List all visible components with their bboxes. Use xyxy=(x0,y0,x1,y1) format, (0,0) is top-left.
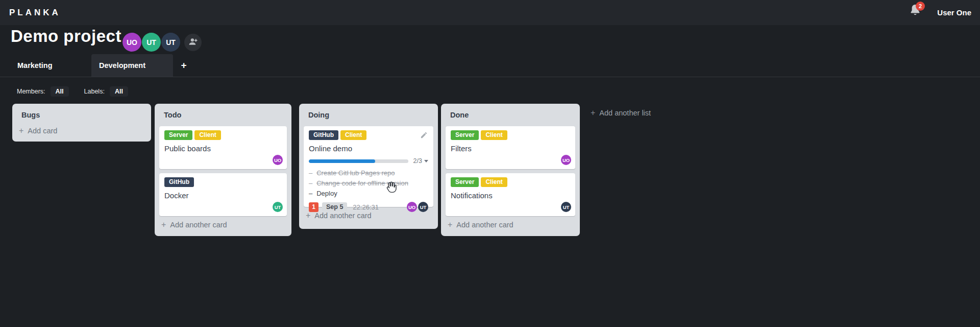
list-title[interactable]: Done xyxy=(446,108,575,122)
label-server[interactable]: Server xyxy=(164,130,192,140)
tab-marketing[interactable]: Marketing xyxy=(10,54,91,77)
avatar[interactable]: UT xyxy=(273,202,283,212)
avatar[interactable]: UT xyxy=(142,33,161,52)
task-item[interactable]: – Change code for offline version xyxy=(309,178,428,189)
list-todo: Todo Server Client Public boards UO GitH… xyxy=(155,104,291,236)
card-title: Filters xyxy=(451,144,570,153)
edit-card-icon[interactable] xyxy=(420,131,428,139)
list-title[interactable]: Bugs xyxy=(17,108,146,122)
labels-filter-value[interactable]: All xyxy=(110,86,128,97)
avatar[interactable]: UO xyxy=(561,155,571,165)
notifications-button[interactable]: 2 xyxy=(909,4,924,21)
board: Bugs + Add card Todo Server Client Publi… xyxy=(12,104,980,327)
add-card-button[interactable]: + Add another card xyxy=(446,216,575,231)
progress-fill xyxy=(309,159,375,163)
plus-icon: + xyxy=(306,211,310,220)
page-title: Demo project xyxy=(11,27,121,46)
progress-track xyxy=(309,159,408,163)
project-members: UO UT UT xyxy=(122,33,202,52)
avatar[interactable]: UT xyxy=(561,202,571,212)
members-filter-label: Members: xyxy=(17,88,45,95)
bell-icon xyxy=(909,10,921,18)
members-filter-value[interactable]: All xyxy=(51,86,69,97)
list-bugs: Bugs + Add card xyxy=(12,104,151,142)
filter-bar: Members: All Labels: All xyxy=(17,86,128,97)
hand-cursor-icon xyxy=(384,180,397,194)
card-notifications[interactable]: Server Client Notifications UT xyxy=(446,173,575,216)
card-title: Notifications xyxy=(451,191,570,200)
timer-badge[interactable]: 22:26:31 xyxy=(353,203,379,211)
label-server[interactable]: Server xyxy=(451,177,479,187)
notification-count-badge: 2 xyxy=(916,2,925,11)
checklist-count[interactable]: 2/3 xyxy=(413,157,422,165)
avatar[interactable]: UT xyxy=(418,202,428,212)
chevron-down-icon[interactable] xyxy=(424,160,428,162)
board-tabs: Marketing Development + xyxy=(10,54,192,77)
task-list: – Create GitHub Pages repo – Change code… xyxy=(309,168,428,199)
label-github[interactable]: GitHub xyxy=(309,130,338,140)
card-title: Public boards xyxy=(164,144,282,153)
list-doing: Doing GitHub Client Online demo 2/3 xyxy=(299,104,438,229)
label-client[interactable]: Client xyxy=(340,130,366,140)
label-client[interactable]: Client xyxy=(194,130,220,140)
plus-icon: + xyxy=(161,220,166,229)
list-done: Done Server Client Filters UO Server Cli… xyxy=(441,104,580,236)
add-list-button[interactable]: + Add another list xyxy=(591,108,651,118)
label-github[interactable]: GitHub xyxy=(164,177,194,187)
list-title[interactable]: Todo xyxy=(159,108,287,122)
task-item[interactable]: – Deploy xyxy=(309,189,428,199)
plus-icon: + xyxy=(19,126,23,135)
planka-app: PLANKA 2 User One Demo project UO UT UT xyxy=(0,0,980,327)
plus-icon: + xyxy=(591,108,595,118)
avatar[interactable]: UO xyxy=(273,155,283,165)
label-client[interactable]: Client xyxy=(481,130,507,140)
label-server[interactable]: Server xyxy=(451,130,479,140)
avatar[interactable]: UO xyxy=(407,202,417,212)
card-docker[interactable]: GitHub Docker UT xyxy=(159,173,287,216)
add-board-button[interactable]: + xyxy=(175,54,192,77)
list-title[interactable]: Doing xyxy=(304,108,433,122)
plus-icon: + xyxy=(448,220,452,229)
card-notification-badge: 1 xyxy=(309,202,318,212)
avatar[interactable]: UO xyxy=(122,33,141,52)
card-title: Docker xyxy=(164,191,282,200)
app-logo: PLANKA xyxy=(9,0,61,25)
tabs-divider xyxy=(0,77,980,77)
card-title: Online demo xyxy=(309,144,428,153)
top-bar: PLANKA 2 User One xyxy=(0,0,980,25)
avatar[interactable]: UT xyxy=(161,33,180,52)
tab-development[interactable]: Development xyxy=(91,54,173,77)
due-date-badge[interactable]: Sep 5 xyxy=(322,202,347,212)
checklist-progress: 2/3 xyxy=(309,157,428,165)
add-card-button[interactable]: + Add another card xyxy=(159,216,287,231)
add-member-button[interactable] xyxy=(184,34,202,51)
add-card-button[interactable]: + Add card xyxy=(17,122,146,137)
card-public-boards[interactable]: Server Client Public boards UO xyxy=(159,126,287,169)
add-user-icon xyxy=(188,37,198,48)
labels-filter-label: Labels: xyxy=(84,88,105,95)
label-client[interactable]: Client xyxy=(481,177,507,187)
card-online-demo[interactable]: GitHub Client Online demo 2/3 xyxy=(304,126,433,207)
task-item[interactable]: – Create GitHub Pages repo xyxy=(309,168,428,178)
user-menu[interactable]: User One xyxy=(937,0,971,25)
card-filters[interactable]: Server Client Filters UO xyxy=(446,126,575,169)
